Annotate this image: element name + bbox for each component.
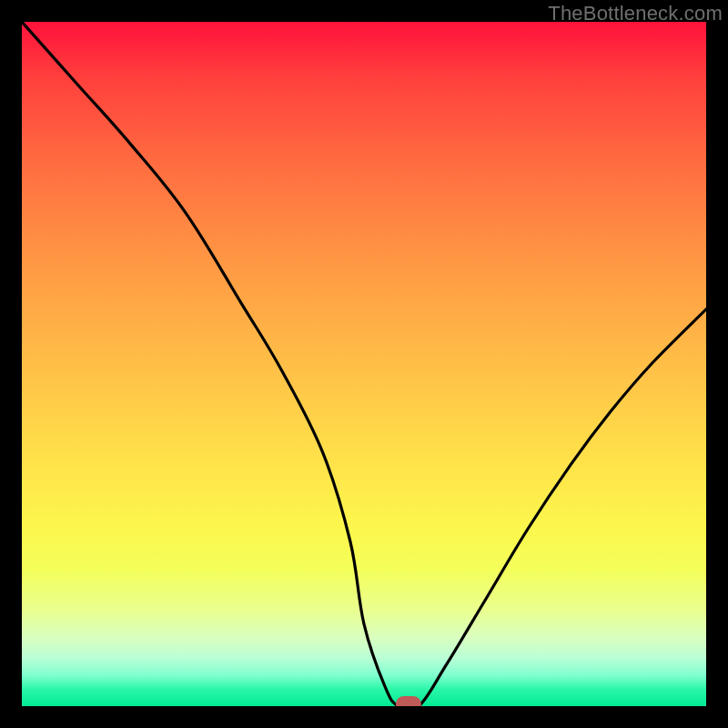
minimum-marker [396, 696, 421, 706]
chart-overlay [22, 22, 706, 706]
chart-frame: TheBottleneck.com [0, 0, 728, 728]
bottleneck-curve [22, 22, 706, 706]
watermark-text: TheBottleneck.com [548, 2, 723, 25]
plot-area [22, 22, 706, 706]
